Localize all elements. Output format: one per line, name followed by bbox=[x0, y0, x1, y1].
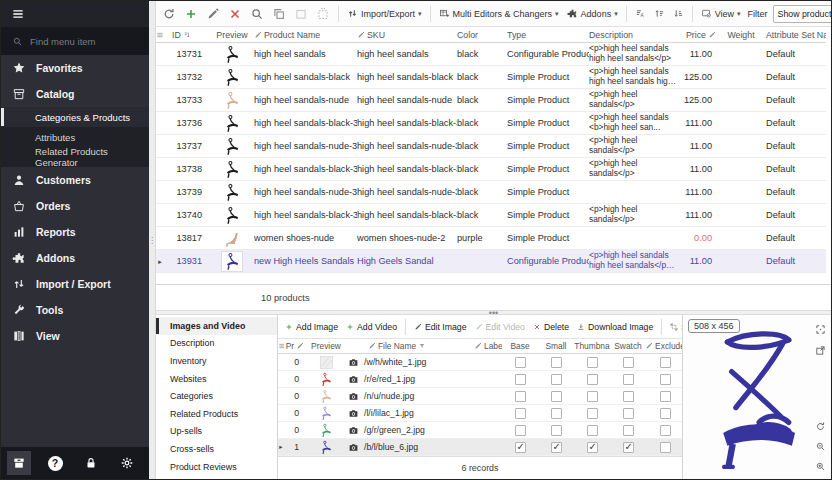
open-external-icon[interactable] bbox=[815, 341, 826, 359]
delete-button[interactable]: Delete bbox=[530, 320, 572, 334]
thumbnail-checkbox[interactable] bbox=[587, 391, 598, 402]
view-button[interactable]: View▾ bbox=[698, 6, 744, 21]
tab-up-sells[interactable]: Up-sells bbox=[156, 423, 277, 441]
column-header-type[interactable]: Type bbox=[507, 30, 589, 40]
sidebar-item-attributes[interactable]: Attributes bbox=[1, 127, 149, 147]
column-header-label[interactable]: Label bbox=[474, 341, 502, 351]
paste-special-button[interactable] bbox=[313, 5, 333, 23]
base-checkbox[interactable] bbox=[515, 357, 526, 368]
media-row[interactable]: 0/r/e/red_1.jpg bbox=[278, 371, 682, 388]
sidebar-item-catalog[interactable]: Catalog bbox=[1, 81, 149, 107]
exclude-checkbox[interactable] bbox=[660, 357, 671, 368]
exclude-checkbox[interactable] bbox=[660, 442, 671, 453]
add-video-button[interactable]: Add Video bbox=[343, 320, 400, 334]
tab-inventory[interactable]: Inventory bbox=[156, 352, 277, 370]
base-checkbox[interactable] bbox=[515, 391, 526, 402]
delete-button[interactable] bbox=[225, 5, 245, 23]
column-header-description[interactable]: Description bbox=[589, 30, 677, 40]
sort-desc-button[interactable] bbox=[670, 6, 687, 21]
exclude-checkbox[interactable] bbox=[660, 391, 671, 402]
search-button[interactable] bbox=[247, 5, 267, 23]
swatch-checkbox[interactable] bbox=[623, 357, 634, 368]
lock-button[interactable] bbox=[79, 451, 103, 475]
tab-description[interactable]: Description bbox=[156, 335, 277, 353]
swatch-checkbox[interactable] bbox=[623, 408, 634, 419]
thumbnail-checkbox[interactable] bbox=[587, 408, 598, 419]
edit-video-button[interactable]: Edit Video bbox=[472, 320, 528, 334]
column-header-small[interactable]: Small bbox=[538, 341, 574, 351]
store-button[interactable] bbox=[7, 451, 31, 475]
product-row[interactable]: 13733high heel sandals-nudehigh heel san… bbox=[156, 89, 826, 112]
thumbnail-checkbox[interactable] bbox=[587, 425, 598, 436]
column-header-position[interactable]: Pr bbox=[284, 341, 304, 351]
product-row[interactable]: 13740high heel sandals-black-38high heel… bbox=[156, 204, 826, 227]
addons-button[interactable]: Addons▾ bbox=[564, 6, 621, 21]
product-row[interactable]: 13738high heel sandals-black-37high heel… bbox=[156, 158, 826, 181]
thumbnail-checkbox[interactable] bbox=[587, 357, 598, 368]
refresh-button[interactable] bbox=[159, 5, 179, 23]
column-header-thumbnail[interactable]: Thumbna bbox=[574, 341, 610, 351]
media-row[interactable]: 0/n/u/nude.jpg bbox=[278, 388, 682, 405]
column-header-name[interactable]: Product Name bbox=[254, 30, 357, 40]
tab-websites[interactable]: Websites bbox=[156, 370, 277, 388]
import-export-button[interactable]: Import/Export▾ bbox=[344, 6, 425, 21]
sidebar-item-categories-products[interactable]: Categories & Products bbox=[1, 107, 149, 127]
column-header-preview[interactable]: Preview bbox=[210, 30, 254, 40]
tab-product-reviews[interactable]: Product Reviews bbox=[156, 458, 277, 476]
tab-related-products[interactable]: Related Products bbox=[156, 405, 277, 423]
sidebar-splitter[interactable]: ⋮ bbox=[149, 1, 156, 479]
column-header-price[interactable]: Price bbox=[677, 30, 722, 40]
row-marker-header[interactable] bbox=[156, 31, 164, 39]
product-row[interactable]: ▸13931new High Heels SandalsHigh Geels S… bbox=[156, 250, 826, 273]
product-row[interactable]: 13817women shoes-nudewomen shoes-nude-2p… bbox=[156, 227, 826, 250]
sidebar-item-reports[interactable]: Reports bbox=[1, 219, 149, 245]
column-header-color[interactable]: Color bbox=[457, 30, 507, 40]
swatch-checkbox[interactable] bbox=[623, 425, 634, 436]
media-row[interactable]: 0/g/r/green_2.jpg bbox=[278, 422, 682, 439]
sidebar-item-favorites[interactable]: Favorites bbox=[1, 55, 149, 81]
tab-images-and-video[interactable]: Images and Video bbox=[156, 317, 277, 335]
tab-categories[interactable]: Categories bbox=[156, 387, 277, 405]
thumbnail-checkbox[interactable] bbox=[587, 374, 598, 385]
media-row[interactable]: 0/w/h/white_1.jpg bbox=[278, 354, 682, 371]
download-image-button[interactable]: Download Image bbox=[574, 320, 656, 334]
swatch-checkbox[interactable] bbox=[623, 391, 634, 402]
edit-button[interactable] bbox=[203, 5, 223, 23]
thumbnail-checkbox[interactable] bbox=[587, 442, 598, 453]
help-button[interactable]: ? bbox=[43, 451, 67, 475]
product-row[interactable]: 13737high heel sandals-nude-36high heel … bbox=[156, 135, 826, 158]
column-header-attribute-set[interactable]: Attribute Set Name bbox=[760, 30, 826, 40]
zoom-in-icon[interactable] bbox=[815, 457, 826, 475]
sort-asc-button[interactable] bbox=[651, 6, 668, 21]
settings-button[interactable] bbox=[115, 451, 139, 475]
small-checkbox[interactable] bbox=[551, 442, 562, 453]
hamburger-button[interactable] bbox=[1, 1, 149, 27]
product-row[interactable]: 13736high heel sandals-black-36high heel… bbox=[156, 112, 826, 135]
media-row[interactable]: 0/l/i/lilac_1.jpg bbox=[278, 405, 682, 422]
sort-alpha-button[interactable]: A bbox=[632, 6, 649, 21]
small-checkbox[interactable] bbox=[551, 374, 562, 385]
tab-cross-sells[interactable]: Cross-sells bbox=[156, 440, 277, 458]
column-header-weight[interactable]: Weight bbox=[722, 30, 760, 40]
copy-button[interactable] bbox=[269, 5, 289, 23]
column-header-id[interactable]: ID bbox=[164, 30, 210, 40]
sidebar-item-orders[interactable]: Orders bbox=[1, 193, 149, 219]
edit-image-button[interactable]: Edit Image bbox=[411, 320, 470, 334]
base-checkbox[interactable] bbox=[515, 374, 526, 385]
rotate-icon[interactable] bbox=[815, 417, 826, 435]
swatch-checkbox[interactable] bbox=[623, 442, 634, 453]
set-resize-rule-button[interactable]: Set Resize Rule ▾ bbox=[667, 320, 682, 334]
sidebar-item-addons[interactable]: Addons bbox=[1, 245, 149, 271]
add-image-button[interactable]: Add Image bbox=[282, 320, 341, 334]
exclude-checkbox[interactable] bbox=[660, 374, 671, 385]
filter-select[interactable]: Show products from selected categories ▼ bbox=[773, 5, 831, 23]
sidebar-item-import-export[interactable]: Import / Export bbox=[1, 271, 149, 297]
column-header-filename[interactable]: File Name bbox=[348, 341, 474, 351]
paste-button[interactable] bbox=[291, 5, 311, 23]
swatch-checkbox[interactable] bbox=[623, 374, 634, 385]
menu-search-input[interactable]: Find menu item bbox=[1, 27, 149, 55]
exclude-checkbox[interactable] bbox=[660, 425, 671, 436]
column-header-exclude[interactable]: Exclude bbox=[646, 341, 684, 351]
sidebar-item-related-products-generator[interactable]: Related Products Generator bbox=[1, 147, 149, 167]
product-row[interactable]: 13732high heel sandals-blackhigh heel sa… bbox=[156, 66, 826, 89]
